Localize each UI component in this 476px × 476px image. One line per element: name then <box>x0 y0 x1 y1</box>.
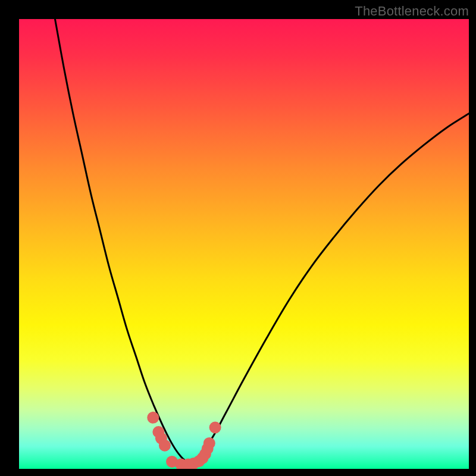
data-marker <box>159 440 171 452</box>
plot-area <box>19 19 469 469</box>
data-marker <box>147 412 159 424</box>
chart-frame: TheBottleneck.com <box>0 0 476 476</box>
watermark-text: TheBottleneck.com <box>355 4 469 19</box>
data-marker <box>203 437 215 449</box>
data-marker <box>209 421 221 433</box>
chart-svg <box>19 19 469 469</box>
curve-right-curve <box>190 114 469 464</box>
curve-left-curve <box>55 19 190 464</box>
